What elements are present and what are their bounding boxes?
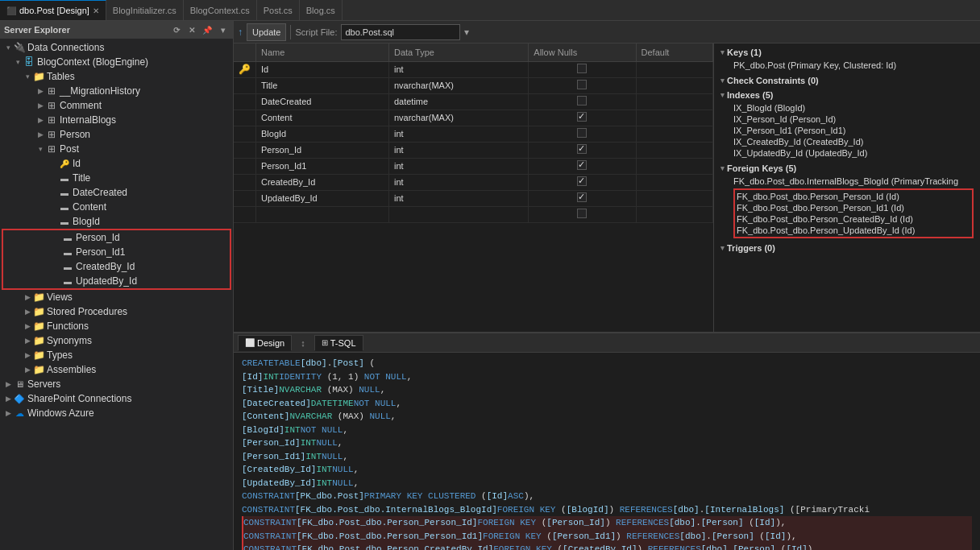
types-icon: 📁	[32, 349, 45, 362]
table-row[interactable]: 🔑Idint	[234, 61, 713, 77]
sidebar-icon-pin[interactable]: 📌	[201, 23, 214, 36]
sidebar-item-synonyms[interactable]: ▶ 📁 Synonyms	[0, 333, 233, 348]
tables-label: Tables	[47, 71, 75, 82]
sidebar-item-assemblies[interactable]: ▶ 📁 Assemblies	[0, 362, 233, 377]
toolbar: ↑ Update Script File: ▾	[234, 21, 980, 43]
table-row[interactable]: UpdatedBy_Idint	[234, 190, 713, 206]
tsql-tab-label: T-SQL	[330, 338, 356, 348]
datecreated-col-label: DateCreated	[73, 187, 127, 198]
synonyms-label: Synonyms	[47, 335, 92, 346]
sql-tab-design[interactable]: ⬜ Design	[238, 335, 292, 351]
tsql-tab-icon: ⊞	[322, 338, 328, 347]
sidebar-item-servers[interactable]: ▶ 🖥 Servers	[0, 377, 233, 391]
script-file-dropdown[interactable]: ▾	[464, 27, 469, 38]
script-file-input[interactable]	[341, 24, 460, 40]
table-row[interactable]: BlogIdint	[234, 126, 713, 142]
sidebar-icon-menu[interactable]: ▾	[216, 23, 229, 36]
sidebar-item-blogcontext[interactable]: ▾ 🗄 BlogContext (BlogEngine)	[0, 55, 233, 69]
table-row[interactable]: Person_Idint	[234, 142, 713, 158]
table-row[interactable]: DateCreateddatetime	[234, 93, 713, 110]
sidebar-content: ▾ 🔌 Data Connections ▾ 🗄 BlogContext (Bl…	[0, 39, 233, 550]
col-name: Title	[256, 77, 389, 93]
indexes-label: Indexes (5)	[727, 90, 773, 100]
leaf	[52, 247, 61, 257]
allow-nulls-checkbox[interactable]	[577, 192, 587, 202]
sidebar-item-tables[interactable]: ▾ 📁 Tables	[0, 69, 233, 84]
col-datatype: int	[388, 158, 528, 174]
tab-bloginit[interactable]: BlogInitializer.cs	[106, 0, 184, 20]
table-row[interactable]: Titlenvarchar(MAX)	[234, 77, 713, 93]
design-tab-icon: ⬜	[245, 338, 255, 347]
allow-nulls-checkbox[interactable]	[577, 160, 587, 170]
sidebar-icon-refresh[interactable]: ⟳	[170, 23, 183, 36]
sidebar-icon-close[interactable]: ✕	[185, 23, 198, 36]
sidebar-item-updatedbyid-col[interactable]: ▬ UpdatedBy_Id	[3, 274, 230, 288]
indexes-header[interactable]: ▾ Indexes (5)	[720, 90, 974, 100]
sidebar-item-content-col[interactable]: ▬ Content	[0, 200, 233, 214]
expand-arrow: ▶	[3, 394, 13, 403]
sidebar-item-mighistory[interactable]: ▶ ⊞ __MigrationHistory	[0, 84, 233, 98]
table-row[interactable]: Contentnvarchar(MAX)	[234, 110, 713, 126]
sidebar-item-data-connections[interactable]: ▾ 🔌 Data Connections	[0, 40, 233, 55]
sidebar-item-createdbyid-col[interactable]: ▬ CreatedBy_Id	[3, 259, 230, 274]
views-icon: 📁	[32, 291, 45, 304]
keys-header[interactable]: ▾ Keys (1)	[720, 48, 974, 57]
sidebar-item-storedprocs[interactable]: ▶ 📁 Stored Procedures	[0, 304, 233, 319]
sidebar-item-post[interactable]: ▾ ⊞ Post	[0, 142, 233, 156]
sidebar-item-comment[interactable]: ▶ ⊞ Comment	[0, 98, 233, 113]
allow-nulls-checkbox[interactable]	[577, 96, 587, 105]
update-button[interactable]: Update	[247, 23, 286, 41]
table-row[interactable]: Person_Id1int	[234, 158, 713, 174]
sql-tab-tsql[interactable]: ⊞ T-SQL	[314, 335, 363, 351]
col-default	[636, 174, 712, 190]
sidebar-item-personid1-col[interactable]: ▬ Person_Id1	[3, 245, 230, 259]
allow-nulls-checkbox[interactable]	[577, 112, 587, 122]
sidebar-item-functions[interactable]: ▶ 📁 Functions	[0, 319, 233, 333]
sql-line: [CreatedBy_Id] INT NULL,	[242, 463, 972, 477]
allow-nulls-checkbox[interactable]	[577, 64, 587, 73]
indexes-item-3: IX_CreatedBy_Id (CreatedBy_Id)	[720, 136, 974, 147]
person-icon: ⊞	[45, 128, 58, 141]
table-row[interactable]	[234, 206, 713, 222]
leaf	[48, 173, 58, 183]
sidebar-item-internalblogs[interactable]: ▶ ⊞ InternalBlogs	[0, 113, 233, 127]
keys-arrow: ▾	[720, 48, 725, 56]
sql-line: [UpdatedBy_Id] INT NULL,	[242, 477, 972, 490]
col-icon: ▬	[58, 201, 71, 213]
allow-nulls-checkbox[interactable]	[577, 209, 587, 218]
sidebar-item-title-col[interactable]: ▬ Title	[0, 171, 233, 185]
sidebar-item-blogid-col[interactable]: ▬ BlogId	[0, 214, 233, 229]
allow-nulls-checkbox[interactable]	[577, 176, 587, 186]
assemblies-label: Assemblies	[47, 364, 96, 375]
tab-design[interactable]: ⬛ dbo.Post [Design] ✕	[0, 0, 106, 20]
sidebar-item-id-col[interactable]: 🔑 Id	[0, 156, 233, 171]
tab-blogctx[interactable]: BlogContext.cs	[184, 0, 257, 20]
allow-nulls-checkbox[interactable]	[577, 144, 587, 154]
col-datatype: int	[388, 190, 528, 206]
fk-arrow: ▾	[720, 164, 725, 172]
sidebar-item-types[interactable]: ▶ 📁 Types	[0, 348, 233, 362]
tab-post[interactable]: Post.cs	[257, 0, 300, 20]
check-constraints-header[interactable]: ▾ Check Constraints (0)	[720, 76, 974, 85]
sql-tab-updown[interactable]: ↕	[293, 335, 313, 351]
sidebar-item-sharepoint[interactable]: ▶ 🔷 SharePoint Connections	[0, 391, 233, 406]
sidebar-item-windowsazure[interactable]: ▶ ☁ Windows Azure	[0, 406, 233, 420]
sql-line: CONSTRAINT [FK_dbo.Post_dbo.InternalBlog…	[242, 503, 972, 517]
foreign-keys-header[interactable]: ▾ Foreign Keys (5)	[720, 163, 974, 173]
sidebar-item-person[interactable]: ▶ ⊞ Person	[0, 127, 233, 142]
tab-blog[interactable]: Blog.cs	[300, 0, 343, 20]
sidebar-item-personid-col[interactable]: ▬ Person_Id	[3, 230, 230, 245]
sidebar-item-views[interactable]: ▶ 📁 Views	[0, 290, 233, 304]
keys-item-0: PK_dbo.Post (Primary Key, Clustered: Id)	[720, 60, 974, 71]
content-col-label: Content	[73, 201, 106, 213]
triggers-header[interactable]: ▾ Triggers (0)	[720, 243, 974, 253]
tab-design-icon: ⬛	[6, 6, 16, 15]
tab-design-close[interactable]: ✕	[93, 6, 99, 15]
table-row[interactable]: CreatedBy_Idint	[234, 174, 713, 190]
pk-indicator: 🔑	[234, 61, 256, 77]
col-default	[636, 126, 712, 142]
allow-nulls-checkbox[interactable]	[577, 128, 587, 138]
tables-icon: 📁	[32, 70, 45, 83]
allow-nulls-checkbox[interactable]	[577, 80, 587, 89]
sidebar-item-datecreated-col[interactable]: ▬ DateCreated	[0, 185, 233, 200]
